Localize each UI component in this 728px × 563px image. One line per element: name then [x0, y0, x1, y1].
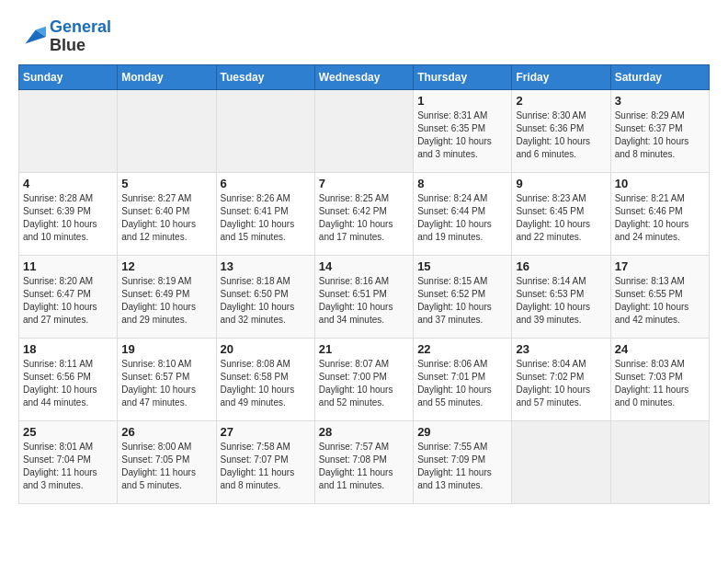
calendar-cell: 5Sunrise: 8:27 AM Sunset: 6:40 PM Daylig… [118, 172, 216, 255]
calendar-cell: 22Sunrise: 8:06 AM Sunset: 7:01 PM Dayli… [414, 338, 512, 420]
calendar-cell: 28Sunrise: 7:57 AM Sunset: 7:08 PM Dayli… [314, 420, 413, 503]
day-number: 7 [319, 177, 409, 190]
calendar-cell: 15Sunrise: 8:15 AM Sunset: 6:52 PM Dayli… [414, 255, 512, 338]
day-number: 15 [417, 259, 507, 273]
day-number: 29 [417, 425, 507, 439]
day-number: 20 [221, 342, 311, 356]
day-number: 25 [23, 425, 113, 439]
day-number: 27 [221, 425, 311, 439]
logo-text: General Blue [50, 18, 111, 55]
day-info: Sunrise: 7:57 AM Sunset: 7:08 PM Dayligh… [319, 441, 409, 492]
day-info: Sunrise: 8:19 AM Sunset: 6:49 PM Dayligh… [121, 275, 211, 327]
day-number: 10 [615, 177, 705, 190]
calendar-table: SundayMondayTuesdayWednesdayThursdayFrid… [18, 64, 710, 504]
calendar-week-2: 11Sunrise: 8:20 AM Sunset: 6:47 PM Dayli… [19, 255, 710, 338]
calendar-cell: 29Sunrise: 7:55 AM Sunset: 7:09 PM Dayli… [414, 420, 512, 503]
day-info: Sunrise: 8:21 AM Sunset: 6:46 PM Dayligh… [615, 192, 705, 244]
calendar-week-3: 18Sunrise: 8:11 AM Sunset: 6:56 PM Dayli… [19, 338, 710, 420]
day-info: Sunrise: 8:15 AM Sunset: 6:52 PM Dayligh… [417, 275, 507, 327]
day-info: Sunrise: 8:23 AM Sunset: 6:45 PM Dayligh… [516, 192, 606, 244]
calendar-cell: 17Sunrise: 8:13 AM Sunset: 6:55 PM Dayli… [610, 255, 709, 338]
calendar-cell [19, 89, 118, 172]
calendar-cell: 9Sunrise: 8:23 AM Sunset: 6:45 PM Daylig… [512, 172, 610, 255]
day-number: 26 [121, 425, 211, 439]
day-number: 21 [319, 342, 409, 356]
column-header-wednesday: Wednesday [314, 64, 413, 89]
day-number: 16 [516, 259, 606, 273]
calendar-cell [314, 89, 413, 172]
day-number: 28 [319, 425, 409, 439]
day-number: 24 [615, 342, 705, 356]
day-number: 12 [121, 259, 211, 273]
day-info: Sunrise: 8:14 AM Sunset: 6:53 PM Dayligh… [516, 275, 606, 327]
calendar-cell: 14Sunrise: 8:16 AM Sunset: 6:51 PM Dayli… [314, 255, 413, 338]
column-header-monday: Monday [118, 64, 216, 89]
calendar-cell: 23Sunrise: 8:04 AM Sunset: 7:02 PM Dayli… [512, 338, 610, 420]
page-header: General Blue [18, 18, 710, 55]
calendar-cell: 12Sunrise: 8:19 AM Sunset: 6:49 PM Dayli… [118, 255, 216, 338]
day-number: 5 [121, 177, 211, 190]
calendar-cell [216, 89, 314, 172]
day-info: Sunrise: 7:58 AM Sunset: 7:07 PM Dayligh… [221, 441, 311, 492]
calendar-cell: 10Sunrise: 8:21 AM Sunset: 6:46 PM Dayli… [610, 172, 709, 255]
calendar-week-1: 4Sunrise: 8:28 AM Sunset: 6:39 PM Daylig… [19, 172, 710, 255]
day-number: 23 [516, 342, 606, 356]
calendar-header-row: SundayMondayTuesdayWednesdayThursdayFrid… [19, 64, 710, 89]
calendar-cell: 25Sunrise: 8:01 AM Sunset: 7:04 PM Dayli… [19, 420, 118, 503]
day-number: 19 [121, 342, 211, 356]
column-header-saturday: Saturday [610, 64, 709, 89]
calendar-cell: 19Sunrise: 8:10 AM Sunset: 6:57 PM Dayli… [118, 338, 216, 420]
calendar-cell: 3Sunrise: 8:29 AM Sunset: 6:37 PM Daylig… [610, 89, 709, 172]
calendar-cell: 6Sunrise: 8:26 AM Sunset: 6:41 PM Daylig… [216, 172, 314, 255]
day-info: Sunrise: 8:26 AM Sunset: 6:41 PM Dayligh… [221, 192, 311, 244]
column-header-friday: Friday [512, 64, 610, 89]
day-info: Sunrise: 8:06 AM Sunset: 7:01 PM Dayligh… [417, 358, 507, 409]
day-info: Sunrise: 8:18 AM Sunset: 6:50 PM Dayligh… [221, 275, 311, 327]
day-number: 18 [23, 342, 113, 356]
calendar-cell: 18Sunrise: 8:11 AM Sunset: 6:56 PM Dayli… [19, 338, 118, 420]
day-info: Sunrise: 8:13 AM Sunset: 6:55 PM Dayligh… [615, 275, 705, 327]
calendar-cell: 11Sunrise: 8:20 AM Sunset: 6:47 PM Dayli… [19, 255, 118, 338]
calendar-cell [610, 420, 709, 503]
day-info: Sunrise: 8:04 AM Sunset: 7:02 PM Dayligh… [516, 358, 606, 409]
calendar-cell: 26Sunrise: 8:00 AM Sunset: 7:05 PM Dayli… [118, 420, 216, 503]
day-info: Sunrise: 8:30 AM Sunset: 6:36 PM Dayligh… [516, 109, 606, 161]
day-info: Sunrise: 8:20 AM Sunset: 6:47 PM Dayligh… [23, 275, 113, 327]
calendar-cell: 20Sunrise: 8:08 AM Sunset: 6:58 PM Dayli… [216, 338, 314, 420]
day-info: Sunrise: 8:29 AM Sunset: 6:37 PM Dayligh… [615, 109, 705, 161]
day-info: Sunrise: 8:31 AM Sunset: 6:35 PM Dayligh… [417, 109, 507, 161]
day-number: 3 [615, 94, 705, 108]
day-number: 11 [23, 259, 113, 273]
day-info: Sunrise: 7:55 AM Sunset: 7:09 PM Dayligh… [417, 441, 507, 492]
day-info: Sunrise: 8:28 AM Sunset: 6:39 PM Dayligh… [23, 192, 113, 244]
column-header-thursday: Thursday [414, 64, 512, 89]
day-number: 6 [221, 177, 311, 190]
day-number: 13 [221, 259, 311, 273]
day-info: Sunrise: 8:00 AM Sunset: 7:05 PM Dayligh… [121, 441, 211, 492]
calendar-cell: 16Sunrise: 8:14 AM Sunset: 6:53 PM Dayli… [512, 255, 610, 338]
calendar-cell: 8Sunrise: 8:24 AM Sunset: 6:44 PM Daylig… [414, 172, 512, 255]
day-number: 4 [23, 177, 113, 190]
day-number: 14 [319, 259, 409, 273]
day-number: 2 [516, 94, 606, 108]
day-info: Sunrise: 8:27 AM Sunset: 6:40 PM Dayligh… [121, 192, 211, 244]
day-number: 17 [615, 259, 705, 273]
day-info: Sunrise: 8:07 AM Sunset: 7:00 PM Dayligh… [319, 358, 409, 409]
day-info: Sunrise: 8:16 AM Sunset: 6:51 PM Dayligh… [319, 275, 409, 327]
calendar-cell: 21Sunrise: 8:07 AM Sunset: 7:00 PM Dayli… [314, 338, 413, 420]
column-header-tuesday: Tuesday [216, 64, 314, 89]
day-info: Sunrise: 8:25 AM Sunset: 6:42 PM Dayligh… [319, 192, 409, 244]
calendar-week-0: 1Sunrise: 8:31 AM Sunset: 6:35 PM Daylig… [19, 89, 710, 172]
day-number: 8 [417, 177, 507, 190]
calendar-cell: 13Sunrise: 8:18 AM Sunset: 6:50 PM Dayli… [216, 255, 314, 338]
day-info: Sunrise: 8:08 AM Sunset: 6:58 PM Dayligh… [221, 358, 311, 409]
calendar-cell [512, 420, 610, 503]
day-number: 22 [417, 342, 507, 356]
logo-icon [18, 23, 46, 51]
day-info: Sunrise: 8:01 AM Sunset: 7:04 PM Dayligh… [23, 441, 113, 492]
calendar-cell: 2Sunrise: 8:30 AM Sunset: 6:36 PM Daylig… [512, 89, 610, 172]
day-info: Sunrise: 8:24 AM Sunset: 6:44 PM Dayligh… [417, 192, 507, 244]
day-number: 1 [417, 94, 507, 108]
day-number: 9 [516, 177, 606, 190]
logo: General Blue [18, 18, 111, 55]
